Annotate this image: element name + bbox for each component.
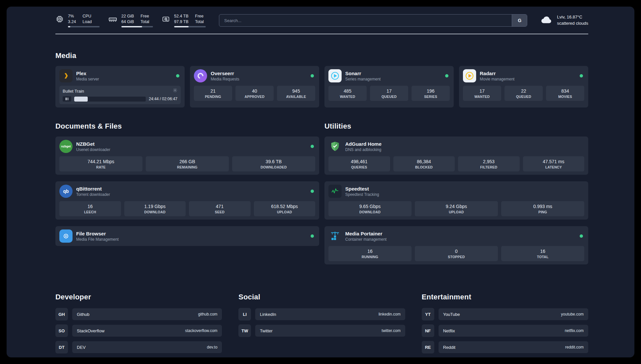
stat-label: TOTAL [503, 255, 583, 259]
app-card-qbittorrent[interactable]: qb qBittorrent Torrent downloader 16 LEE… [55, 181, 319, 220]
status-dot [311, 145, 314, 148]
cpu-label-2: Load [82, 19, 92, 25]
app-card-file-browser[interactable]: File Browser Media File Management [55, 226, 319, 246]
nzbget-icon: nzbget [59, 140, 73, 153]
stat-label: QUEUED [371, 95, 407, 99]
linkedin-icon: LI [238, 308, 251, 320]
app-card-radarr[interactable]: Radarr Movie management 17 WANTED 22 QUE… [459, 66, 588, 107]
stat-pending: 21 PENDING [194, 86, 232, 101]
playback-time: 24:44 / 02:06:47 [149, 97, 177, 101]
disk-usage-bar [174, 26, 206, 27]
bookmark-link-github[interactable]: Github github.com [72, 308, 222, 320]
topbar-divider [55, 34, 588, 34]
bookmark-url: netflix.com [565, 328, 584, 333]
status-dot [311, 234, 314, 238]
bookmark-link-youtube[interactable]: YouTube youtube.com [439, 308, 588, 320]
plex-icon [59, 69, 73, 82]
cpu-usage-bar [68, 26, 100, 27]
app-name: Radarr [480, 71, 576, 76]
weather-widget[interactable]: Lviv, 16.87°C scattered clouds [540, 14, 588, 27]
stat-value: 485 [330, 88, 365, 94]
stat-value: 471 [190, 204, 249, 209]
stat-total: 16 TOTAL [501, 246, 584, 261]
list-item: SO StackOverflow stackoverflow.com [55, 324, 222, 337]
bookmark-link-twitter[interactable]: Twitter twitter.com [255, 325, 405, 337]
playback-progress-bar[interactable] [74, 97, 146, 102]
bookmark-name: Twitter [260, 328, 272, 333]
radarr-icon [463, 69, 476, 82]
qbittorrent-icon: qb [59, 185, 73, 198]
list-item: TW Twitter twitter.com [238, 324, 405, 337]
search-input[interactable] [219, 15, 512, 26]
ram-free-value: 22 GiB [121, 14, 134, 19]
bookmark-name: Reddit [443, 345, 456, 350]
app-name: NZBGet [76, 141, 307, 147]
bookmark-url: github.com [198, 312, 218, 317]
qbittorrent-icon-text: qb [63, 189, 69, 194]
bookmark-link-linkedin[interactable]: LinkedIn linkedin.com [255, 308, 405, 320]
app-subtitle: Media server [76, 77, 172, 81]
app-name: AdGuard Home [345, 141, 584, 147]
stat-label: WANTED [464, 95, 500, 99]
bookmark-group-social: Social LI LinkedIn linkedin.com TW Twitt… [238, 293, 405, 357]
bookmark-link-reddit[interactable]: Reddit reddit.com [439, 341, 588, 353]
bookmark-link-netflix[interactable]: Netflix netflix.com [439, 325, 588, 337]
app-card-plex[interactable]: Plex Media server Bullet Train [55, 66, 185, 107]
stat-value: 21 [195, 88, 231, 94]
app-name: qBittorrent [76, 186, 307, 192]
disk-free-value: 52.4 TB [174, 14, 189, 19]
topbar: 7% 3.24 CPU Load [55, 12, 588, 29]
dashboard: 7% 3.24 CPU Load [7, 7, 634, 357]
stat-value: 39.6 TB [233, 159, 314, 164]
cpu-load-value: 3.24 [68, 19, 76, 25]
speedtest-icon [328, 185, 342, 198]
stat-label: UPLOAD [255, 210, 314, 214]
app-card-nzbget[interactable]: nzbget NZBGet Usenet downloader 744.21 M… [55, 136, 319, 175]
stat-upload: 618.52 Mbps UPLOAD [254, 201, 316, 216]
stackoverflow-icon: SO [55, 324, 68, 337]
app-subtitle: Usenet downloader [76, 147, 307, 152]
stat-label: WANTED [330, 95, 365, 99]
app-card-sonarr[interactable]: Sonarr Series management 485 WANTED 17 Q… [324, 66, 454, 107]
stat-wanted: 17 WANTED [463, 86, 501, 101]
dev-icon: DT [55, 341, 68, 353]
stat-value: 498,461 [330, 159, 389, 164]
app-card-speedtest[interactable]: Speedtest Speedtest Tracking 9.65 Gbps D… [324, 181, 588, 220]
ram-icon [108, 14, 117, 25]
status-dot [311, 190, 314, 193]
overseerr-icon [194, 69, 207, 82]
app-card-overseerr[interactable]: Overseerr Media Requests 21 PENDING 40 A… [190, 66, 319, 107]
stat-value: 2,953 [459, 159, 518, 164]
stat-label: QUEUED [506, 95, 541, 99]
app-card-media-portainer[interactable]: Media Portainer Container management 16 … [324, 226, 588, 264]
stat-value: 266 GB [147, 159, 228, 164]
section-title-developer: Developer [55, 293, 222, 301]
stat-value: 86,384 [395, 159, 454, 164]
portainer-icon [328, 229, 342, 243]
search-engine-button[interactable]: G [512, 15, 527, 26]
section-title-utilities: Utilities [324, 122, 588, 131]
app-card-adguard-home[interactable]: AdGuard Home DNS and adblocking 498,461 … [324, 136, 588, 175]
stat-label: PENDING [195, 95, 231, 99]
ram-total-label: Total [140, 19, 149, 25]
app-subtitle: Media File Management [76, 237, 307, 242]
stat-label: BLOCKED [395, 165, 454, 169]
bookmark-url: youtube.com [561, 312, 584, 317]
bookmark-link-dev[interactable]: DEV dev.to [72, 341, 222, 353]
bookmark-url: linkedin.com [379, 312, 401, 317]
stat-blocked: 86,384 BLOCKED [393, 156, 455, 171]
pause-button[interactable] [63, 96, 71, 102]
app-name: Sonarr [345, 71, 442, 76]
gear-icon[interactable] [173, 88, 177, 94]
stat-value: 945 [278, 88, 314, 94]
section-media: Media Plex Media server [55, 51, 588, 107]
stat-value: 618.52 Mbps [255, 204, 314, 209]
disk-monitor: 52.4 TB 97.9 TB Free Total [162, 14, 206, 27]
list-item: LI LinkedIn linkedin.com [238, 308, 405, 320]
stat-queued: 22 QUEUED [504, 86, 543, 101]
stat-value: 834 [547, 88, 583, 94]
bookmark-name: LinkedIn [260, 312, 276, 317]
bookmark-link-stackoverflow[interactable]: StackOverflow stackoverflow.com [72, 325, 222, 337]
bookmark-url: twitter.com [382, 328, 400, 333]
github-icon: GH [55, 308, 68, 320]
